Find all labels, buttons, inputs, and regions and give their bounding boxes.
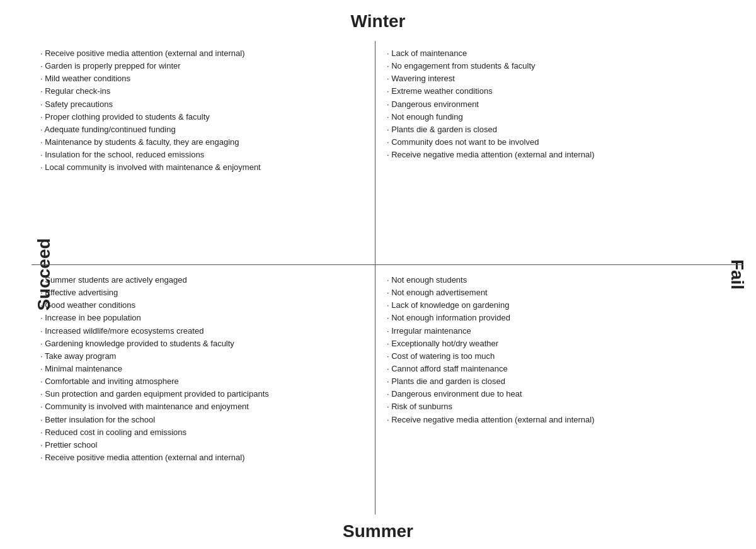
list-item: Not enough funding bbox=[387, 111, 735, 123]
list-item: Better insulation for the school bbox=[40, 414, 360, 426]
list-item: Cannot afford staff maintenance bbox=[387, 363, 735, 375]
quadrant-summer-succeed: Summer students are actively engagedEffe… bbox=[32, 268, 369, 513]
list-item: Community is involved with maintenance a… bbox=[40, 400, 360, 413]
list-item: Not enough students bbox=[387, 274, 735, 286]
list-item: Lack of knowledge on gardening bbox=[387, 299, 735, 312]
list-item: Prettier school bbox=[40, 439, 360, 451]
list-item: Minimal maintenance bbox=[40, 363, 360, 375]
list-item: Not enough advertisement bbox=[387, 286, 735, 299]
list-item: Plants die and garden is closed bbox=[387, 375, 735, 388]
list-item: Garden is properly prepped for winter bbox=[40, 60, 360, 72]
list-item: Regular check-ins bbox=[40, 85, 360, 98]
q1-list: Receive positive media attention (extern… bbox=[40, 47, 360, 174]
list-item: Risk of sunburns bbox=[387, 400, 735, 413]
axis-container: Winter Summer Succeed Fail Receive posit… bbox=[0, 0, 756, 549]
list-item: Community does not want to be involved bbox=[387, 136, 735, 149]
list-item: Irregular maintenance bbox=[387, 325, 735, 337]
list-item: Wavering interest bbox=[387, 72, 735, 85]
winter-label: Winter bbox=[351, 11, 406, 31]
quadrant-winter-succeed: Receive positive media attention (extern… bbox=[32, 41, 369, 261]
vertical-axis bbox=[375, 41, 375, 514]
list-item: Reduced cost in cooling and emissions bbox=[40, 426, 360, 439]
horizontal-axis bbox=[32, 264, 743, 265]
list-item: Comfortable and inviting atmosphere bbox=[40, 375, 360, 388]
list-item: Extreme weather conditions bbox=[387, 85, 735, 98]
list-item: Receive positive media attention (extern… bbox=[40, 451, 360, 464]
list-item: Adequate funding/continued funding bbox=[40, 123, 360, 136]
list-item: Good weather conditions bbox=[40, 299, 360, 312]
list-item: Take away program bbox=[40, 350, 360, 363]
list-item: No engagement from students & faculty bbox=[387, 60, 735, 72]
list-item: Mild weather conditions bbox=[40, 72, 360, 85]
list-item: Proper clothing provided to students & f… bbox=[40, 111, 360, 123]
list-item: Receive negative media attention (extern… bbox=[387, 414, 735, 426]
list-item: Local community is involved with mainten… bbox=[40, 161, 360, 174]
q3-list: Summer students are actively engagedEffe… bbox=[40, 274, 360, 464]
list-item: Increase in bee population bbox=[40, 312, 360, 324]
q4-list: Not enough studentsNot enough advertisem… bbox=[387, 274, 735, 426]
list-item: Gardening knowledge provided to students… bbox=[40, 337, 360, 350]
list-item: Safety precautions bbox=[40, 98, 360, 111]
quadrant-summer-fail: Not enough studentsNot enough advertisem… bbox=[378, 268, 743, 513]
list-item: Exceptionally hot/dry weather bbox=[387, 337, 735, 350]
list-item: Receive negative media attention (extern… bbox=[387, 149, 735, 161]
list-item: Sun protection and garden equipment prov… bbox=[40, 388, 360, 400]
list-item: Dangerous environment due to heat bbox=[387, 388, 735, 400]
summer-label: Summer bbox=[343, 521, 413, 541]
list-item: Lack of maintenance bbox=[387, 47, 735, 60]
list-item: Effective advertising bbox=[40, 286, 360, 299]
list-item: Plants die & garden is closed bbox=[387, 123, 735, 136]
list-item: Maintenance by students & faculty, they … bbox=[40, 136, 360, 149]
list-item: Receive positive media attention (extern… bbox=[40, 47, 360, 60]
quadrant-winter-fail: Lack of maintenanceNo engagement from st… bbox=[378, 41, 743, 261]
list-item: Not enough information provided bbox=[387, 312, 735, 324]
list-item: Cost of watering is too much bbox=[387, 350, 735, 363]
list-item: Dangerous environment bbox=[387, 98, 735, 111]
list-item: Insulation for the school, reduced emiss… bbox=[40, 149, 360, 161]
list-item: Increased wildlife/more ecosystems creat… bbox=[40, 325, 360, 337]
list-item: Summer students are actively engaged bbox=[40, 274, 360, 286]
q2-list: Lack of maintenanceNo engagement from st… bbox=[387, 47, 735, 161]
